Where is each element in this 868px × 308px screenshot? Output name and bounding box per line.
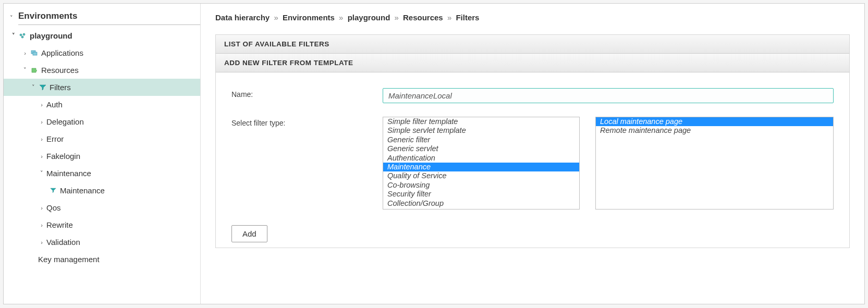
filter-subtype-option[interactable]: Remote maintenance page [596,126,833,135]
filter-subtype-listbox[interactable]: Local maintenance pageRemote maintenance… [595,117,834,210]
tree-label: Maintenance [46,169,91,178]
filter-type-listbox[interactable]: Simple filter templateSimple servlet tem… [383,117,580,210]
breadcrumb-separator: » [447,13,451,22]
chevron-right-icon: › [38,222,45,228]
filter-type-option[interactable]: Generic filter [383,135,579,144]
sidebar: ˅ Environments ˅ playground › [4,4,201,304]
tree-node-delegation[interactable]: › Delegation [4,113,200,130]
tree-node-validation[interactable]: › Validation [4,233,200,251]
svg-rect-4 [33,52,37,55]
tree-node-filters[interactable]: ˅ Filters [4,79,200,96]
chevron-right-icon: › [38,153,45,159]
chevron-down-icon: ˅ [38,170,45,177]
filter-type-option[interactable]: Simple filter template [383,117,579,126]
tree-node-playground[interactable]: ˅ playground [4,27,200,44]
filter-type-option[interactable]: Quality of Service [383,171,579,180]
chevron-down-icon: ˅ [10,32,17,39]
tree-node-rewrite[interactable]: › Rewrite [4,216,200,233]
breadcrumb-part[interactable]: playground [348,13,390,22]
tree-label: Key management [38,255,100,264]
name-input[interactable] [383,88,834,103]
breadcrumb-part[interactable]: Resources [403,13,443,22]
tree-node-fakelogin[interactable]: › Fakelogin [4,147,200,165]
tree-node-key-management[interactable]: › Key management [4,251,200,268]
breadcrumb-separator: » [394,13,398,22]
chevron-right-icon: › [38,102,45,108]
name-label: Name: [231,88,383,98]
breadcrumb-separator: » [339,13,343,22]
chevron-down-icon: ˅ [8,15,15,21]
tree-node-maintenance-child[interactable]: Maintenance [4,182,200,199]
tree-label: Applications [41,48,83,57]
panel-header-add[interactable]: ADD NEW FILTER FROM TEMPLATE [215,54,850,72]
svg-point-2 [21,36,23,38]
filter-type-option[interactable]: Simple servlet template [383,126,579,135]
tree-label: Fakelogin [46,152,80,161]
panel-header-list[interactable]: LIST OF AVAILABLE FILTERS [215,34,850,54]
filter-subtype-option[interactable]: Local maintenance page [596,117,833,126]
filter-type-option[interactable]: Authentication [383,154,579,163]
svg-point-1 [23,33,25,35]
app-shell: ˅ Environments ˅ playground › [3,3,865,304]
filter-type-option[interactable]: Collection/Group [383,199,579,208]
chevron-down-icon: ˅ [21,67,29,73]
tree-label: Error [46,134,64,143]
filter-icon [48,187,58,194]
tree-label: Auth [46,100,63,109]
tree-label: Filters [50,83,71,92]
tree-node-applications[interactable]: › Applications [4,44,200,61]
main-content: Data hierarchy » Environments » playgrou… [201,4,864,304]
cluster-icon [18,32,28,40]
breadcrumb-separator: » [274,13,278,22]
filter-type-option[interactable]: Security filter [383,190,579,199]
filter-type-option[interactable]: Generic servlet [383,144,579,153]
stack-icon [30,50,39,57]
tree-label: Delegation [46,117,84,126]
chevron-right-icon: › [38,136,45,142]
tree-node-qos[interactable]: › Qos [4,199,200,216]
breadcrumb-part[interactable]: Environments [283,13,335,22]
tree-label: Qos [46,203,61,212]
tree-label: Validation [46,238,80,247]
chevron-right-icon: › [38,239,45,245]
tree-node-auth[interactable]: › Auth [4,96,200,113]
tree-label: Resources [41,66,79,75]
chevron-right-icon: › [21,50,29,56]
tree-root-environments[interactable]: ˅ Environments [4,9,200,27]
chevron-right-icon: › [38,119,45,125]
chevron-down-icon: ˅ [30,84,37,91]
filter-type-option[interactable]: Maintenance [383,163,579,171]
tree-node-error[interactable]: › Error [4,130,200,147]
svg-point-0 [20,34,22,36]
tree-label: Maintenance [60,186,105,195]
puzzle-icon [30,67,39,74]
filter-type-label: Select filter type: [231,117,383,127]
filter-icon [38,84,47,91]
filter-type-option[interactable]: Co-browsing [383,181,579,190]
tree-label: playground [30,31,72,40]
tree-node-resources[interactable]: ˅ Resources [4,61,200,79]
tree-label: Rewrite [46,220,73,229]
chevron-right-icon: › [38,205,45,211]
breadcrumb: Data hierarchy » Environments » playgrou… [215,13,850,22]
panel-body-add: Name: Select filter type: Simple filter … [215,72,850,248]
tree-node-maintenance[interactable]: ˅ Maintenance [4,165,200,182]
sidebar-title: Environments [18,9,200,25]
nav-tree: ˅ playground › Applications [4,27,200,268]
breadcrumb-part[interactable]: Filters [456,13,479,22]
breadcrumb-part[interactable]: Data hierarchy [215,13,270,22]
add-button[interactable]: Add [231,225,267,242]
